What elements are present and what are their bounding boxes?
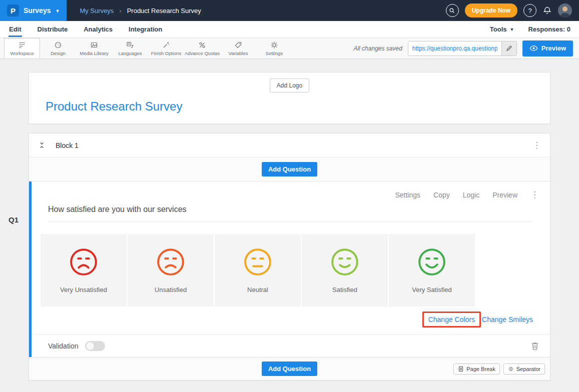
block-header: Block 1 ⋮ xyxy=(29,134,550,158)
survey-url-box xyxy=(408,41,517,56)
breadcrumb-separator-icon: › xyxy=(119,7,121,14)
question-preview-link[interactable]: Preview xyxy=(492,191,517,199)
very-sad-smiley-icon xyxy=(69,247,99,277)
toolbar-item-variables[interactable]: Variables xyxy=(220,38,256,58)
preview-button[interactable]: Preview xyxy=(522,40,573,56)
toolbar-item-design[interactable]: Design xyxy=(40,38,76,58)
question-logic-link[interactable]: Logic xyxy=(463,191,479,199)
smiley-option-very-satisfied[interactable]: Very Satisfied xyxy=(389,234,475,306)
eye-icon xyxy=(529,46,538,51)
collapse-icon xyxy=(38,142,46,149)
question-q1: Q1 Settings Copy Logic Preview ⋮ How sat… xyxy=(29,182,550,357)
search-button[interactable] xyxy=(446,4,459,17)
validation-row: Validation xyxy=(32,334,550,357)
tab-analytics[interactable]: Analytics xyxy=(83,22,113,37)
help-button[interactable]: ? xyxy=(523,4,536,17)
survey-header-card: Add Logo Product Research Survey xyxy=(29,72,550,124)
toolbar-item-workspace[interactable]: Workspace xyxy=(4,38,40,58)
toolbar-item-languages[interactable]: A Languages xyxy=(112,38,148,58)
tools-label: Tools xyxy=(490,26,507,33)
subnav-right: Tools ▼ Responses: 0 xyxy=(490,26,570,33)
gear-icon xyxy=(270,41,278,49)
toolbar-item-media-library[interactable]: Media Library xyxy=(76,38,112,58)
smiley-option-satisfied[interactable]: Satisfied xyxy=(302,234,388,306)
add-question-strip-top: Add Question xyxy=(29,158,550,182)
smiley-label: Very Satisfied xyxy=(412,286,452,294)
breadcrumb-my-surveys[interactable]: My Surveys xyxy=(80,7,114,14)
avatar-photo xyxy=(558,4,572,18)
happy-smiley-icon xyxy=(330,247,360,277)
app-menu-label: Surveys xyxy=(24,6,51,14)
smiley-label: Neutral xyxy=(247,286,268,294)
very-happy-smiley-icon xyxy=(417,247,447,277)
tab-integration[interactable]: Integration xyxy=(128,22,163,37)
workspace-icon xyxy=(18,41,26,49)
question-copy-link[interactable]: Copy xyxy=(433,191,450,199)
pencil-icon xyxy=(506,45,512,52)
question-settings-link[interactable]: Settings xyxy=(395,191,420,199)
tab-distribute[interactable]: Distribute xyxy=(37,22,69,37)
add-question-button-top[interactable]: Add Question xyxy=(262,162,317,176)
smiley-option-neutral[interactable]: Neutral xyxy=(215,234,301,306)
questionpro-logo: P xyxy=(7,4,19,16)
tag-icon xyxy=(234,41,242,49)
tab-edit[interactable]: Edit xyxy=(9,22,22,37)
percent-icon xyxy=(198,41,206,49)
sad-smiley-icon xyxy=(156,247,186,277)
save-status: All changes saved xyxy=(353,45,402,52)
add-question-button-bottom[interactable]: Add Question xyxy=(262,362,317,376)
survey-nav: Edit Distribute Analytics Integration To… xyxy=(0,21,579,38)
smiley-label: Unsatisfied xyxy=(155,286,187,294)
smiley-scale: Very Unsatisfied Unsatisfied xyxy=(41,234,550,306)
survey-url-input[interactable] xyxy=(408,42,501,56)
block-card: Block 1 ⋮ Add Question Q1 Settings Copy … xyxy=(29,133,550,380)
trash-icon xyxy=(531,342,539,350)
image-icon xyxy=(90,41,98,49)
toggle-knob xyxy=(86,342,95,350)
separator-button[interactable]: Separator xyxy=(503,364,545,374)
edit-url-button[interactable] xyxy=(501,42,516,56)
smiley-label: Very Unsatisfied xyxy=(60,286,107,294)
smiley-option-unsatisfied[interactable]: Unsatisfied xyxy=(128,234,214,306)
help-label: ? xyxy=(528,7,531,14)
breadcrumb-current-survey: Product Research Survey xyxy=(127,7,201,14)
tools-menu[interactable]: Tools ▼ xyxy=(490,26,514,33)
translate-icon: A xyxy=(126,41,134,49)
collapse-block-button[interactable] xyxy=(38,142,46,149)
smiley-label: Satisfied xyxy=(332,286,357,294)
question-text[interactable]: How satisfied are you with our services xyxy=(48,205,532,222)
notifications-button[interactable] xyxy=(542,6,552,16)
change-colors-highlight: Change Colors xyxy=(422,312,481,328)
survey-title[interactable]: Product Research Survey xyxy=(46,100,550,114)
top-bar: P Surveys ▼ My Surveys › Product Researc… xyxy=(0,0,579,21)
question-actions: Settings Copy Logic Preview ⋮ xyxy=(32,182,550,199)
block-menu-button[interactable]: ⋮ xyxy=(532,141,541,150)
page-break-icon xyxy=(458,366,464,372)
editor-content: Add Logo Product Research Survey Block 1… xyxy=(0,59,579,380)
delete-question-button[interactable] xyxy=(531,342,539,350)
block-footer-actions: Page Break Separator xyxy=(453,364,545,374)
change-smileys-link[interactable]: Change Smileys xyxy=(482,316,533,324)
palette-icon xyxy=(54,41,62,49)
responses-count[interactable]: Responses: 0 xyxy=(528,26,570,33)
caret-down-icon: ▼ xyxy=(55,8,60,14)
upgrade-now-button[interactable]: Upgrade Now xyxy=(465,4,517,18)
change-colors-link[interactable]: Change Colors xyxy=(428,316,475,324)
neutral-smiley-icon xyxy=(243,247,273,277)
question-menu-button[interactable]: ⋮ xyxy=(530,190,539,199)
wand-icon xyxy=(162,41,170,49)
validation-toggle[interactable] xyxy=(85,341,105,351)
surveys-app-menu[interactable]: P Surveys ▼ xyxy=(0,0,67,21)
page-break-button[interactable]: Page Break xyxy=(453,364,499,374)
toolbar-item-finish-options[interactable]: Finish Options xyxy=(148,38,184,58)
bell-icon xyxy=(542,6,552,16)
smiley-options-links: Change Colors Change Smileys xyxy=(32,312,533,328)
smiley-option-very-unsatisfied[interactable]: Very Unsatisfied xyxy=(41,234,127,306)
add-logo-button[interactable]: Add Logo xyxy=(270,78,309,92)
breadcrumb: My Surveys › Product Research Survey xyxy=(80,7,201,14)
user-avatar[interactable] xyxy=(558,4,572,18)
separator-icon xyxy=(508,366,514,372)
toolbar-item-settings[interactable]: Settings xyxy=(256,38,292,58)
toolbar-item-advance-quotas[interactable]: Advance Quotas xyxy=(184,38,220,58)
caret-down-icon: ▼ xyxy=(510,27,514,32)
